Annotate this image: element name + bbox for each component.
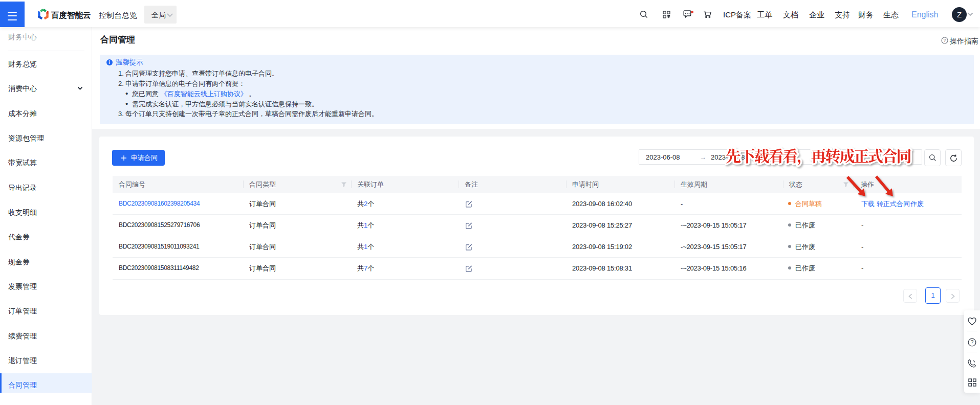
svg-text:?: ? — [943, 38, 946, 43]
svg-text:?: ? — [971, 340, 974, 345]
